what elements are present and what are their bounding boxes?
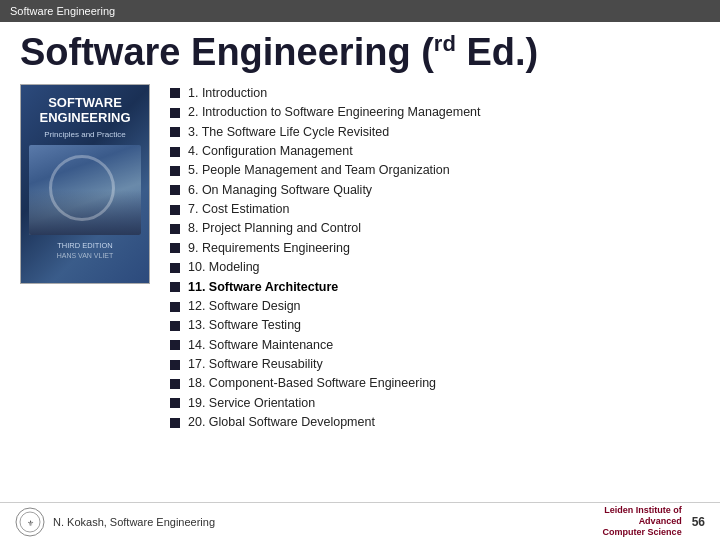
list-item: 10. Modeling (170, 258, 690, 277)
book-title: SOFTWARE ENGINEERING (29, 95, 141, 126)
list-bullet (170, 398, 180, 408)
list-bullet (170, 360, 180, 370)
list-item-text: 19. Service Orientation (188, 394, 315, 413)
list-bullet (170, 88, 180, 98)
footer-institute-text: Leiden Institute of Advanced Computer Sc… (602, 505, 682, 537)
list-item: 5. People Management and Team Organizati… (170, 161, 690, 180)
book-image (29, 145, 141, 235)
list-item-text: 6. On Managing Software Quality (188, 181, 372, 200)
list-item-text: 2. Introduction to Software Engineering … (188, 103, 481, 122)
footer-right: Leiden Institute of Advanced Computer Sc… (602, 508, 705, 536)
book-edition: THIRD EDITION (57, 241, 112, 250)
list-item: 1. Introduction (170, 84, 690, 103)
list-item-text: 11. Software Architecture (188, 278, 338, 297)
list-bullet (170, 166, 180, 176)
list-item-text: 5. People Management and Team Organizati… (188, 161, 450, 180)
list-item: 17. Software Reusability (170, 355, 690, 374)
list-bullet (170, 205, 180, 215)
university-logo: ⚜ (15, 507, 45, 537)
list-bullet (170, 108, 180, 118)
list-item-text: 8. Project Planning and Control (188, 219, 361, 238)
chapter-list: 1. Introduction2. Introduction to Softwa… (170, 84, 690, 492)
list-item: 13. Software Testing (170, 316, 690, 335)
list-item: 11. Software Architecture (170, 278, 690, 297)
list-item-text: 13. Software Testing (188, 316, 301, 335)
main-content: Software Engineering (rd Ed.) SOFTWARE E… (0, 22, 720, 502)
footer: ⚜ N. Kokash, Software Engineering Leiden… (0, 502, 720, 540)
list-bullet (170, 263, 180, 273)
list-item: 7. Cost Estimation (170, 200, 690, 219)
list-item-text: 20. Global Software Development (188, 413, 375, 432)
list-item-text: 4. Configuration Management (188, 142, 353, 161)
list-bullet (170, 185, 180, 195)
list-bullet (170, 379, 180, 389)
list-item: 8. Project Planning and Control (170, 219, 690, 238)
list-item-text: 3. The Software Life Cycle Revisited (188, 123, 389, 142)
svg-text:⚜: ⚜ (27, 519, 34, 528)
list-item: 12. Software Design (170, 297, 690, 316)
top-bar: Software Engineering (0, 0, 720, 22)
list-bullet (170, 224, 180, 234)
list-bullet (170, 243, 180, 253)
list-item: 18. Component-Based Software Engineering (170, 374, 690, 393)
book-author: HANS VAN VLIET (57, 252, 114, 259)
page-title: Software Engineering (rd Ed.) (20, 32, 690, 74)
list-bullet (170, 147, 180, 157)
list-bullet (170, 340, 180, 350)
list-item: 14. Software Maintenance (170, 336, 690, 355)
book-subtitle: Principles and Practice (44, 130, 125, 139)
book-cover: SOFTWARE ENGINEERING Principles and Prac… (20, 84, 150, 284)
top-bar-label: Software Engineering (10, 5, 115, 17)
footer-left: ⚜ N. Kokash, Software Engineering (15, 507, 215, 537)
list-bullet (170, 282, 180, 292)
list-item: 9. Requirements Engineering (170, 239, 690, 258)
list-item-text: 17. Software Reusability (188, 355, 323, 374)
list-item-text: 14. Software Maintenance (188, 336, 333, 355)
list-bullet (170, 418, 180, 428)
page-number: 56 (692, 515, 705, 529)
leiden-institute-logo: Leiden Institute of Advanced Computer Sc… (602, 508, 682, 536)
list-item-text: 12. Software Design (188, 297, 301, 316)
list-item-text: 9. Requirements Engineering (188, 239, 350, 258)
list-item: 2. Introduction to Software Engineering … (170, 103, 690, 122)
list-item-text: 18. Component-Based Software Engineering (188, 374, 436, 393)
list-item: 20. Global Software Development (170, 413, 690, 432)
list-bullet (170, 321, 180, 331)
list-item: 6. On Managing Software Quality (170, 181, 690, 200)
list-item-text: 7. Cost Estimation (188, 200, 289, 219)
list-bullet (170, 302, 180, 312)
list-item: 3. The Software Life Cycle Revisited (170, 123, 690, 142)
list-bullet (170, 127, 180, 137)
list-item-text: 1. Introduction (188, 84, 267, 103)
list-item-text: 10. Modeling (188, 258, 260, 277)
title-area: Software Engineering (rd Ed.) (20, 32, 690, 74)
footer-author-text: N. Kokash, Software Engineering (53, 516, 215, 528)
list-item: 4. Configuration Management (170, 142, 690, 161)
list-item: 19. Service Orientation (170, 394, 690, 413)
content-row: SOFTWARE ENGINEERING Principles and Prac… (20, 84, 690, 492)
